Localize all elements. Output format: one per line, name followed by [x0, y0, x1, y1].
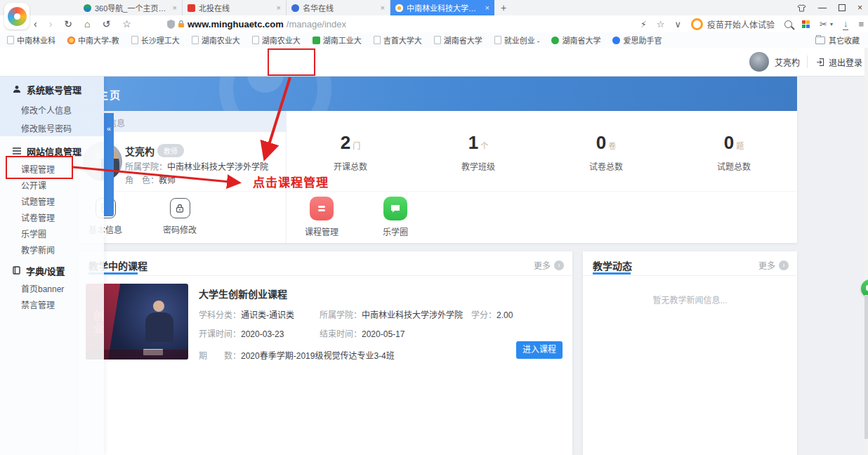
course-college: 所属学院：中南林业科技大学涉外学院 学分：2.00 [320, 308, 513, 320]
sidebar-item-question-management[interactable]: 试题管理 [0, 195, 55, 208]
tab-title: 名华在线 [303, 2, 377, 13]
shortcut-label: 课程管理 [292, 225, 351, 237]
course-start-date: 开课时间：2020-03-23 [199, 327, 284, 339]
bookmark-star-icon[interactable]: ☆ [657, 19, 665, 29]
sidebar-item-mute-management[interactable]: 禁言管理 [0, 298, 55, 311]
sidebar-item-edit-profile[interactable]: 修改个人信息 [0, 104, 72, 117]
restore-icon[interactable]: ↺ [103, 18, 111, 29]
bookmark-item[interactable]: 就业创业 - [494, 34, 540, 46]
enter-course-button[interactable]: 进入课程 [516, 341, 563, 359]
close-window-button[interactable]: × [857, 3, 862, 13]
divider [79, 275, 572, 276]
browser-tab[interactable]: 北投在线 × [183, 0, 287, 15]
sidebar-item-teaching-news[interactable]: 教学新闻 [0, 244, 55, 256]
bookmark-label: 湖南农业大 [202, 34, 240, 46]
browser-tab-active[interactable]: 中南林业科技大学涉外学院教 × [390, 0, 494, 15]
url-field[interactable]: www.minghuaetc.com/manage/index [167, 15, 346, 32]
bookmark-item[interactable]: 湖南省大学 [434, 34, 482, 46]
shortcut-change-password[interactable]: 密码修改 [150, 198, 209, 235]
bookmark-item[interactable]: 湖南省大学 [551, 34, 600, 46]
sidebar-item-paper-management[interactable]: 试卷管理 [0, 211, 55, 224]
news-more-link[interactable]: 更多 › [758, 259, 789, 271]
url-path: /manage/index [287, 19, 346, 29]
scissors-dropdown-icon[interactable]: ▾ [830, 21, 833, 27]
user-name[interactable]: 艾亮杓 [775, 56, 800, 68]
bookmark-item[interactable]: 湖南农业大 [252, 34, 301, 46]
minimize-button[interactable]: — [818, 3, 827, 13]
bookmark-icon [252, 36, 259, 44]
download-icon[interactable]: ↓ [843, 18, 849, 30]
sidebar-collapse-handle[interactable]: « [104, 113, 114, 216]
profile-college: 所属学院：中南林业科技大学涉外学院 [125, 160, 268, 172]
new-tab-button[interactable]: + [494, 0, 513, 15]
tab-title: 北投在线 [199, 2, 273, 13]
favorite-star-icon[interactable]: ☆ [122, 18, 131, 29]
empty-news-message: 暂无教学新闻信息... [583, 294, 797, 305]
courses-more-link[interactable]: 更多 › [534, 259, 564, 271]
hot-search[interactable]: 疫苗开始人体试验 [691, 18, 775, 30]
page-banner [68, 76, 797, 113]
user-avatar[interactable] [749, 52, 769, 72]
bookmark-list: 中南林业科 中南大学-教 长沙理工大 湖南农业大 湖南农业大 湖南工业大 吉首大… [7, 32, 662, 48]
shortcut-label: 密码修改 [150, 223, 209, 235]
refresh-icon[interactable]: ↻ [64, 18, 72, 29]
book-icon [13, 266, 20, 275]
dropdown-caret-icon[interactable]: ∨ [674, 19, 681, 29]
url-host: www.minghuaetc.com [188, 19, 284, 29]
bookmark-item[interactable]: 爱思助手官 [612, 34, 662, 46]
screenshot-scissors-icon[interactable]: ✂ [820, 19, 827, 29]
browser-logo-icon[interactable] [4, 3, 29, 29]
bookmark-item[interactable]: 吉首大学大 [374, 34, 422, 46]
bookmark-item[interactable]: 湖南农业大 [192, 34, 240, 46]
sidebar-section-title: 系统账号管理 [27, 83, 81, 96]
browser-tab[interactable]: 名华在线 × [287, 0, 390, 15]
bookmark-item[interactable]: 湖南工业大 [313, 34, 362, 46]
teacher-badge: 教师 [157, 144, 184, 157]
bookmark-item[interactable]: 中南大学-教 [67, 34, 119, 46]
forward-icon[interactable]: › [49, 18, 53, 29]
main-content: 教师主页 基本信息 艾亮杓 教师 所属学院：中南林业科技大学涉外学院 角 色：教… [68, 76, 797, 455]
sidebar-section-account[interactable]: 系统账号管理 [0, 83, 81, 95]
tab-close-icon[interactable]: × [173, 4, 177, 12]
teaching-courses-panel: 教学中的课程 更多 › 创业 大学生创新创业课程 学科分类：通识类-通识类 所属… [79, 251, 572, 455]
logout-button[interactable]: 退出登录 [816, 56, 862, 68]
bookmark-label: 爱思助手官 [623, 34, 662, 46]
apps-grid-icon[interactable] [802, 20, 810, 28]
browser-skin-icon[interactable] [797, 4, 806, 12]
sidebar-item-change-password[interactable]: 修改账号密码 [0, 122, 72, 135]
stat-classes: 1个 教学班级 [414, 132, 542, 172]
menu-icon[interactable]: ≡ [858, 19, 864, 29]
other-favorites[interactable]: 其它收藏 [815, 32, 860, 48]
sidebar-item-open-course[interactable]: 公开课 [0, 179, 46, 192]
sidebar-item-learning-circle[interactable]: 乐学圈 [0, 228, 46, 240]
profile-card: 基本信息 艾亮杓 教师 所属学院：中南林业科技大学涉外学院 角 色：教师 基本信… [79, 111, 797, 243]
search-icon[interactable] [784, 20, 792, 28]
logout-label: 退出登录 [829, 56, 862, 68]
tab-close-icon[interactable]: × [485, 4, 489, 12]
back-icon[interactable]: ‹ [34, 18, 37, 29]
tab-close-icon[interactable]: × [277, 4, 281, 12]
shortcut-learning-circle[interactable]: 乐学圈 [366, 197, 425, 237]
shortcut-course-management[interactable]: 课程管理 [292, 197, 351, 237]
maximize-button[interactable] [839, 4, 846, 11]
site-icon [291, 4, 299, 12]
sidebar-section-dictionary-settings[interactable]: 字典/设置 [0, 264, 65, 277]
list-icon [13, 147, 21, 154]
bookmark-icon [434, 36, 441, 44]
tab-title: 360导航_一个主页，整个世界 [95, 2, 169, 13]
tab-close-icon[interactable]: × [381, 4, 385, 12]
tab-strip: 360导航_一个主页，整个世界 × 北投在线 × 名华在线 × 中南林业科技大学… [79, 0, 513, 15]
scrollbar-thumb[interactable] [864, 295, 868, 439]
browser-tab[interactable]: 360导航_一个主页，整个世界 × [79, 0, 183, 15]
more-label: 更多 [758, 259, 775, 271]
flash-icon[interactable]: ⚡ [640, 19, 647, 29]
site-icon [84, 4, 91, 12]
screen: 360导航_一个主页，整个世界 × 北投在线 × 名华在线 × 中南林业科技大学… [0, 0, 868, 455]
bookmark-item[interactable]: 长沙理工大 [131, 34, 180, 46]
home-icon[interactable]: ⌂ [84, 18, 90, 29]
bookmark-icon [313, 37, 320, 44]
bookmark-item[interactable]: 中南林业科 [7, 34, 55, 46]
course-term: 期 数：2020春季学期-2019级视觉传达专业3-4班 [199, 349, 395, 361]
course-title[interactable]: 大学生创新创业课程 [199, 286, 287, 301]
sidebar-item-home-banner[interactable]: 首页banner [0, 282, 64, 295]
